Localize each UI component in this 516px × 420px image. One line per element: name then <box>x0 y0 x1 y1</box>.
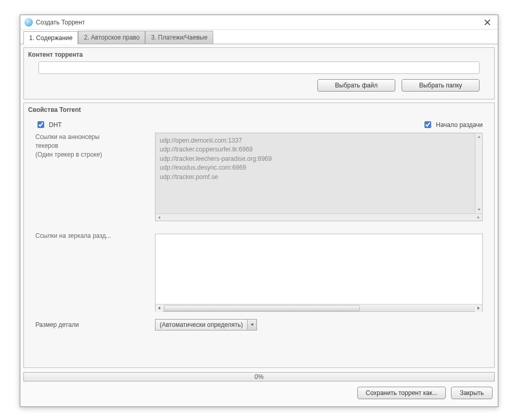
scroll-down-icon[interactable] <box>475 206 483 213</box>
start-seeding-checkbox[interactable]: Начало раздачи <box>422 120 483 130</box>
piece-size-select[interactable]: (Автоматически определять) <box>155 319 257 330</box>
torrent-properties-group: Свойства Torrent DHT Начало раздачи Ссыл… <box>23 103 495 368</box>
piece-size-value: (Автоматически определять) <box>156 321 247 328</box>
tab-content[interactable]: 1. Содержание <box>23 31 78 44</box>
scroll-left-icon[interactable] <box>156 304 163 312</box>
trackers-label: Ссылки на аннонсеры текеров (Один трекер… <box>35 133 155 159</box>
torrent-properties-title: Свойства Torrent <box>24 103 494 117</box>
save-torrent-as-button[interactable]: Сохранить торрент как... <box>357 387 446 399</box>
progress-wrap: 0% <box>23 372 495 381</box>
torrent-content-group: Контент торрента Выбрать файл Выбрать па… <box>23 47 495 99</box>
tab-copyright[interactable]: 2. Авторское право <box>78 31 145 44</box>
scroll-right-icon[interactable] <box>475 304 482 312</box>
dialog-footer: Сохранить торрент как... Закрыть <box>20 381 498 404</box>
tab-payments[interactable]: 3. Платежи/Чаевые <box>145 31 213 44</box>
choose-folder-button[interactable]: Выбрать папку <box>402 79 480 92</box>
trackers-textarea-wrap <box>155 133 483 221</box>
progress-bar: 0% <box>23 372 495 381</box>
scroll-left-icon[interactable] <box>156 214 163 221</box>
progress-text: 0% <box>254 373 263 380</box>
mirrors-label: Ссылки на зеркала разд... <box>35 232 155 240</box>
torrent-content-title: Контент торрента <box>24 48 494 61</box>
piece-size-label: Размер детали <box>35 321 155 328</box>
tabs-row: 1. Содержание 2. Авторское право 3. Плат… <box>20 30 498 44</box>
scroll-right-icon[interactable] <box>475 214 482 221</box>
mirrors-horizontal-scrollbar[interactable] <box>156 304 482 311</box>
start-seeding-checkbox-input[interactable] <box>424 121 431 128</box>
start-seeding-checkbox-label: Начало раздачи <box>436 121 483 129</box>
close-button[interactable]: Закрыть <box>451 387 493 399</box>
scroll-up-icon[interactable] <box>475 133 483 141</box>
trackers-textarea[interactable] <box>156 133 475 213</box>
titlebar: Создать Торрент <box>20 15 498 30</box>
trackers-horizontal-scrollbar[interactable] <box>156 213 482 221</box>
create-torrent-dialog: Создать Торрент 1. Содержание 2. Авторск… <box>20 15 498 407</box>
scrollbar-thumb[interactable] <box>164 305 360 311</box>
mirrors-textarea[interactable] <box>156 234 482 304</box>
trackers-vertical-scrollbar[interactable] <box>475 133 482 213</box>
tab-panel-content: Контент торрента Выбрать файл Выбрать па… <box>20 44 498 406</box>
window-title: Создать Торрент <box>36 19 481 26</box>
globe-icon <box>24 18 33 27</box>
dht-checkbox[interactable]: DHT <box>35 120 62 130</box>
close-icon[interactable] <box>481 17 494 28</box>
dht-checkbox-input[interactable] <box>37 121 44 128</box>
dht-checkbox-label: DHT <box>49 121 62 129</box>
choose-file-button[interactable]: Выбрать файл <box>317 79 395 92</box>
mirrors-textarea-wrap <box>155 234 483 312</box>
chevron-down-icon <box>247 320 256 330</box>
content-path-input[interactable] <box>38 61 480 74</box>
